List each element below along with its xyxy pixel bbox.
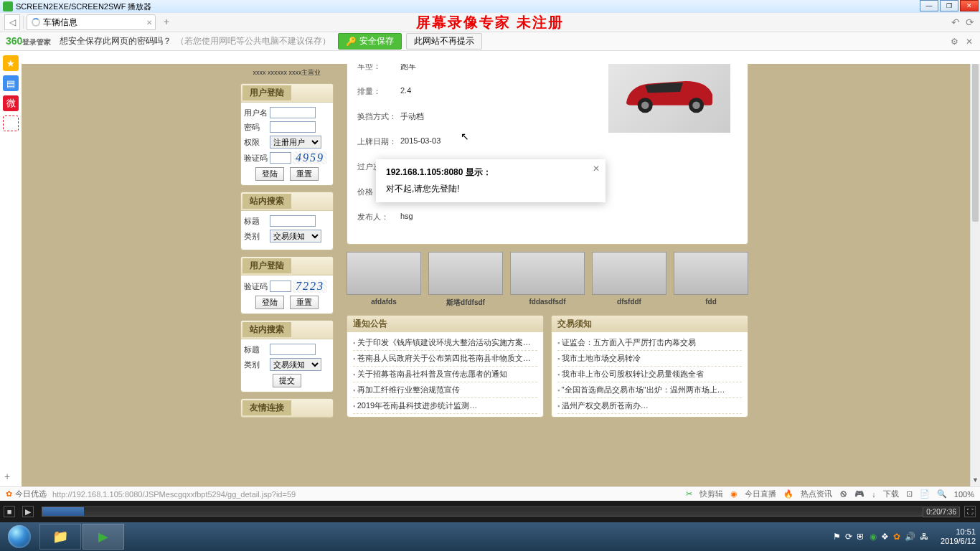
scroll-down-icon[interactable]: ▼ xyxy=(971,476,980,486)
thumbnail-item[interactable]: 斯塔dfdfsdf xyxy=(428,252,503,308)
zoom-icon[interactable]: 🔍 xyxy=(937,489,947,499)
news-item[interactable]: 我市土地市场交易转冷 xyxy=(557,351,742,367)
new-tab-button[interactable]: + xyxy=(160,16,173,29)
news-item[interactable]: 我市非上市公司股权转让交易量领跑全省 xyxy=(557,367,742,382)
seek-track[interactable] xyxy=(42,507,960,517)
play-button[interactable]: ▶ xyxy=(22,506,34,517)
scrollbar-thumb[interactable] xyxy=(972,64,979,222)
download-label[interactable]: 下载 xyxy=(883,489,899,499)
news-item[interactable]: 关于印发《钱库镇建设环境大整治活动实施方案… xyxy=(353,335,537,351)
today-picks-label[interactable]: 今日优选 xyxy=(15,489,47,499)
news-item[interactable]: 证监会：五方面入手严厉打击内幕交易 xyxy=(557,335,742,351)
news-item[interactable]: 温州产权交易所苍南办… xyxy=(557,398,742,414)
maximize-button[interactable]: ❐ xyxy=(940,0,958,11)
reset-button[interactable]: 重置 xyxy=(290,296,319,309)
fullscreen-button[interactable]: ⛶ xyxy=(964,506,976,517)
window-title: SCREEN2EXE/SCREEN2SWF 播放器 xyxy=(16,1,151,12)
thumbnail-caption: fddasdfsdf xyxy=(510,298,585,306)
tray-network-icon[interactable]: ⟳ xyxy=(845,532,852,542)
restore-tab-icon[interactable]: ⟳ xyxy=(966,17,974,28)
vehicle-thumbnails: afdafds斯塔dfdfsdffddasdfsdfdfsfddffdd xyxy=(347,252,748,308)
add-sidebar-button[interactable]: + xyxy=(4,471,10,482)
clock-time: 10:51 xyxy=(933,527,976,537)
live-label[interactable]: 今日直播 xyxy=(745,489,776,499)
tray-360-icon[interactable]: ◉ xyxy=(870,532,877,542)
pip-icon[interactable]: ⊡ xyxy=(906,489,913,499)
vertical-scrollbar[interactable]: ▲ ▼ xyxy=(970,64,980,486)
tray-misc-icon[interactable]: ❖ xyxy=(881,532,889,542)
settings-icon[interactable]: ⚙ xyxy=(951,37,958,47)
role-label: 权限 xyxy=(244,137,270,148)
tray-safe-icon[interactable]: ✿ xyxy=(893,532,900,542)
tray-flag-icon[interactable]: ⚑ xyxy=(833,532,841,542)
password-input[interactable] xyxy=(270,121,316,133)
panel-title: 用户登陆 xyxy=(242,85,291,100)
explorer-taskbar-button[interactable]: 📁 xyxy=(39,524,81,550)
favorites-icon[interactable]: ★ xyxy=(3,55,19,71)
quickedit-label[interactable]: 快剪辑 xyxy=(699,489,723,499)
thumbnail-image xyxy=(592,252,666,295)
360-logo: 360登录管家 xyxy=(6,35,51,47)
login-button[interactable]: 登陆 xyxy=(255,167,284,181)
thumbnail-item[interactable]: fdd xyxy=(674,252,748,308)
close-button[interactable]: ✕ xyxy=(960,0,979,11)
download-icon[interactable]: ↓ xyxy=(872,490,876,499)
never-save-button[interactable]: 此网站不再提示 xyxy=(406,33,482,50)
submit-button[interactable]: 提交 xyxy=(273,374,301,387)
tray-shield-icon[interactable]: ⛨ xyxy=(857,532,865,542)
topic-input[interactable] xyxy=(270,215,316,227)
back-button[interactable]: ◁ xyxy=(4,14,20,30)
browser-sidebar: ★ ▤ 微 @ xyxy=(0,51,22,131)
thumbnail-item[interactable]: fddasdfsdf xyxy=(510,252,585,308)
close-bar-icon[interactable]: ✕ xyxy=(966,37,973,47)
note-icon[interactable]: 📄 xyxy=(920,489,930,499)
mute-icon[interactable]: 🛇 xyxy=(839,490,847,499)
captcha-input[interactable] xyxy=(270,152,291,164)
news-item[interactable]: 苍南县人民政府关于公布第四批苍南县非物质文… xyxy=(353,351,537,367)
start-button[interactable] xyxy=(0,522,39,551)
category-select[interactable]: 交易须知 xyxy=(270,230,321,242)
alert-close-icon[interactable]: ✕ xyxy=(593,164,600,174)
category-select[interactable]: 交易须知 xyxy=(270,358,321,371)
search-panel-1: 站内搜索 标题 类别交易须知 xyxy=(240,192,334,250)
player-taskbar-button[interactable]: ▶ xyxy=(83,524,124,550)
minimize-button[interactable]: — xyxy=(920,0,938,11)
thumbnail-item[interactable]: afdafds xyxy=(347,252,421,308)
game-icon[interactable]: 🎮 xyxy=(854,489,864,499)
stop-button[interactable]: ■ xyxy=(4,506,15,517)
role-select[interactable]: 注册用户 xyxy=(270,136,321,149)
browser-tab[interactable]: 车辆信息 ✕ xyxy=(27,14,156,30)
zoom-label[interactable]: 100% xyxy=(954,490,974,499)
news-item[interactable]: "全国首选商品交易市场"出炉：温州两市场上… xyxy=(557,382,742,398)
reader-icon[interactable]: ▤ xyxy=(3,75,19,91)
at-icon[interactable]: @ xyxy=(3,116,19,131)
thumbnail-caption: afdafds xyxy=(347,298,421,306)
captcha-input[interactable] xyxy=(270,281,291,292)
weibo-icon[interactable]: 微 xyxy=(3,95,19,111)
app-icon xyxy=(3,1,13,11)
reset-button[interactable]: 重置 xyxy=(290,167,319,181)
thumbnail-image xyxy=(674,252,748,295)
news-item[interactable]: 2019年苍南县科技进步统计监测… xyxy=(353,398,537,414)
tray-volume-icon[interactable]: 🔊 xyxy=(905,532,915,542)
tray-net-icon[interactable]: 🖧 xyxy=(920,532,928,542)
hotnews-icon[interactable]: 🔥 xyxy=(783,489,793,499)
news-item[interactable]: 关于招募苍南县社科普及宣传志愿者的通知 xyxy=(353,367,537,382)
today-picks-icon[interactable]: ✿ xyxy=(6,489,12,499)
username-input[interactable] xyxy=(270,107,316,118)
tab-close-icon[interactable]: ✕ xyxy=(146,19,152,27)
thumbnail-item[interactable]: dfsfddf xyxy=(592,252,666,308)
save-password-button[interactable]: 🔑安全保存 xyxy=(338,33,402,50)
taskbar-clock[interactable]: 10:51 2019/6/12 xyxy=(933,527,976,546)
login-button[interactable]: 登陆 xyxy=(255,296,284,309)
login-panel-1: 用户登陆 用户名 密码 权限注册用户 验证码4959 登陆 重置 xyxy=(240,83,334,186)
windows-orb-icon xyxy=(8,525,31,548)
page-viewport: xxxx xxxxxx xxxx主营业 用户登陆 用户名 密码 权限注册用户 验… xyxy=(22,64,970,486)
quickedit-icon[interactable]: ✂ xyxy=(686,489,692,499)
live-icon[interactable]: ◉ xyxy=(730,489,738,499)
topic-input[interactable] xyxy=(270,344,316,355)
undo-icon[interactable]: ↶ xyxy=(951,17,960,28)
news-item[interactable]: 再加工纤维行业整治规范宣传 xyxy=(353,382,537,398)
status-url: http://192.168.1.105:8080/JSPMescgqxxfbp… xyxy=(52,490,296,499)
hotnews-label[interactable]: 热点资讯 xyxy=(801,489,832,499)
